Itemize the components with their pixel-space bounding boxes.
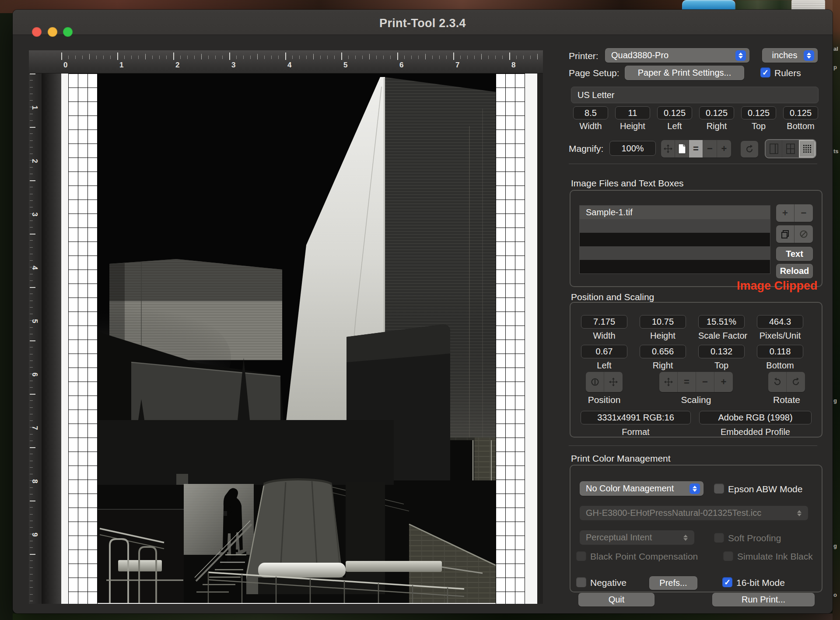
- ruler-number: 6: [30, 372, 39, 376]
- position-value[interactable]: 0.118: [757, 345, 803, 358]
- remove-file-button[interactable]: −: [794, 204, 813, 222]
- dimension-value[interactable]: 0.125: [783, 106, 818, 119]
- scale-actual-button[interactable]: =: [678, 372, 696, 392]
- rendering-intent-dropdown[interactable]: Perceptual Intent: [580, 530, 694, 545]
- view-grid-button[interactable]: [799, 140, 816, 158]
- position-field-label: Bottom: [757, 361, 803, 371]
- position-value[interactable]: 0.656: [640, 345, 686, 358]
- ruler-number: 5: [343, 61, 347, 70]
- position-field-label: Top: [698, 361, 745, 371]
- dimension-value[interactable]: 0.125: [699, 106, 734, 119]
- position-field: 0.118 Bottom: [757, 345, 803, 371]
- run-print-button[interactable]: Run Print...: [712, 593, 815, 606]
- position-field-label: Right: [640, 361, 686, 371]
- rotate-cw-icon: [745, 144, 754, 154]
- app-window: Print-Tool 2.3.4: [13, 10, 833, 613]
- dimension-value[interactable]: 8.5: [573, 106, 608, 119]
- rotate-ccw-button[interactable]: [768, 372, 787, 392]
- title-bar[interactable]: Print-Tool 2.3.4: [13, 10, 833, 35]
- prefs-button[interactable]: Prefs...: [649, 576, 697, 590]
- position-value[interactable]: 10.75: [640, 315, 686, 329]
- position-field: 0.656 Right: [640, 345, 686, 371]
- ruler-number: 0: [63, 61, 67, 70]
- zoom-out-button[interactable]: −: [703, 140, 717, 158]
- pan-tool-button[interactable]: [661, 140, 675, 158]
- ruler-number: 8: [511, 61, 515, 70]
- black-point-compensation-label: Black Point Compensation: [590, 551, 698, 562]
- image-clipped-warning: Image Clipped: [737, 279, 818, 293]
- preview-photo[interactable]: [98, 74, 496, 603]
- dimension-value[interactable]: 11: [615, 106, 650, 119]
- text-button[interactable]: Text: [776, 247, 813, 261]
- fit-page-button[interactable]: [675, 140, 689, 158]
- units-dropdown[interactable]: inches: [762, 48, 818, 63]
- dimension-value[interactable]: 0.125: [657, 106, 692, 119]
- clip-grid-right: [496, 74, 525, 604]
- duplicate-disable-control: [776, 225, 813, 243]
- reload-button[interactable]: Reload: [776, 264, 813, 278]
- scale-up-button[interactable]: +: [714, 372, 733, 392]
- center-position-button[interactable]: [586, 372, 604, 392]
- position-field: 0.132 Top: [698, 345, 745, 371]
- position-value[interactable]: 0.132: [698, 345, 745, 358]
- ruler-number: 1: [119, 61, 123, 70]
- position-value[interactable]: 464.3: [757, 315, 803, 329]
- position-value[interactable]: 7.175: [581, 315, 627, 329]
- nudge-position-button[interactable]: [604, 372, 623, 392]
- file-list-item[interactable]: Sample-1.tif: [580, 206, 770, 219]
- position-value[interactable]: 0.67: [581, 345, 627, 358]
- refresh-preview-button[interactable]: [741, 141, 758, 158]
- horizontal-ruler: 012345678: [29, 50, 543, 74]
- disable-button[interactable]: [794, 225, 813, 243]
- printer-dropdown[interactable]: Quad3880-Pro: [605, 48, 749, 63]
- view-single-button[interactable]: [766, 140, 782, 158]
- bit16-mode-checkbox[interactable]: ✓: [722, 577, 732, 587]
- black-point-compensation-checkbox[interactable]: [576, 551, 586, 561]
- simulate-ink-black-checkbox[interactable]: [723, 551, 733, 561]
- page-setup-button[interactable]: Paper & Print Settings...: [625, 66, 744, 80]
- file-list[interactable]: Sample-1.tif: [579, 205, 770, 274]
- icc-profile-dropdown[interactable]: GH-E3800-EHotPressNatural-021325Test.icc: [580, 506, 808, 520]
- page-setup-label: Page Setup:: [569, 68, 620, 78]
- dimension-value[interactable]: 0.125: [741, 106, 776, 119]
- page-dimension-field: 0.125 Top: [741, 106, 776, 131]
- scale-down-button[interactable]: −: [696, 372, 714, 392]
- preview-canvas[interactable]: 012345678 123456789: [29, 50, 543, 604]
- add-file-button[interactable]: +: [776, 204, 794, 222]
- magnify-value-field[interactable]: 100%: [609, 141, 656, 156]
- file-list-empty-row[interactable]: [580, 219, 770, 233]
- dimension-label: Top: [741, 121, 776, 131]
- file-list-empty-row[interactable]: [580, 233, 770, 246]
- rotate-control: [768, 372, 805, 392]
- stepper-icon: [680, 532, 691, 543]
- embedded-profile-label: Embedded Profile: [699, 427, 812, 437]
- page-dimension-field: 0.125 Right: [699, 106, 734, 131]
- file-list-empty-row[interactable]: [580, 246, 770, 260]
- rotate-cw-icon: [791, 377, 801, 387]
- paper-size-box[interactable]: US Letter: [571, 87, 819, 103]
- stepper-icon: [690, 483, 700, 494]
- quit-button[interactable]: Quit: [578, 593, 654, 606]
- desktop-icon-label-fragment: ts: [833, 148, 840, 154]
- soft-proofing-checkbox[interactable]: [714, 532, 724, 543]
- desktop-icon-label-fragment: o: [833, 592, 840, 598]
- file-list-empty-row[interactable]: [580, 260, 770, 273]
- epson-abw-checkbox[interactable]: [714, 483, 724, 494]
- negative-checkbox[interactable]: [576, 577, 586, 587]
- page-preview[interactable]: [61, 74, 537, 604]
- color-management-dropdown[interactable]: No Color Management: [580, 481, 704, 496]
- zoom-actual-button[interactable]: =: [689, 140, 703, 158]
- ruler-number: 2: [175, 61, 179, 70]
- scale-fit-button[interactable]: [659, 372, 678, 392]
- view-split-button[interactable]: [782, 140, 799, 158]
- add-remove-control: + −: [776, 204, 813, 222]
- duplicate-button[interactable]: [776, 225, 794, 243]
- rulers-checkbox[interactable]: ✓: [760, 67, 770, 77]
- magnify-segmented-control: = − +: [661, 140, 731, 158]
- position-value[interactable]: 15.51%: [698, 315, 745, 329]
- rotate-cw-button[interactable]: [787, 372, 805, 392]
- zoom-in-button[interactable]: +: [717, 140, 731, 158]
- dimension-label: Right: [699, 121, 734, 131]
- position-field: 7.175 Width: [581, 315, 627, 341]
- rotate-ccw-icon: [773, 377, 782, 387]
